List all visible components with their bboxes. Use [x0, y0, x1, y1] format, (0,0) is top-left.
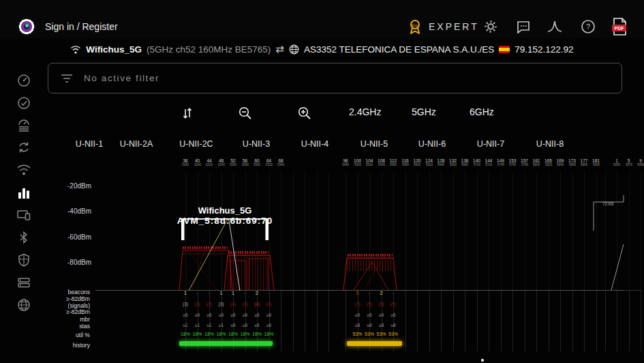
gridline [489, 291, 489, 351]
channel-frequency: 5520 [364, 164, 375, 167]
table-cell-signals: (7) [352, 302, 364, 306]
table-cell-beacons: 1 [227, 290, 239, 296]
app-logo-icon[interactable] [18, 18, 35, 35]
table-cell-stas: ≥6 [227, 323, 239, 328]
band-button-24ghz[interactable]: 2.4GHz [349, 106, 381, 117]
channel-frequency: 5600 [412, 164, 423, 167]
channel-tick: 445220 [203, 158, 215, 167]
table-cell-util: 18% [251, 332, 263, 336]
gridline [328, 172, 329, 290]
gridline [382, 172, 382, 290]
gridline [477, 172, 478, 290]
sidebar-item-bluetooth[interactable] [16, 230, 31, 245]
network-shape-gray[interactable] [594, 195, 624, 231]
channel-tick: 1445720 [482, 158, 495, 167]
zoom-out-button[interactable] [235, 104, 256, 123]
channel-frequency: 5180 [180, 164, 191, 167]
table-cell-beacons: - [203, 290, 215, 296]
sign-in-register-link[interactable]: Sign in / Register [45, 21, 118, 32]
channel-tick: 1285640 [435, 158, 447, 167]
network-shape[interactable] [179, 250, 232, 290]
channel-tick: 565280 [239, 158, 251, 167]
gridline [209, 172, 210, 290]
table-cell-beacons: 1 [179, 290, 191, 296]
table-cell-min-level: ≥6 [251, 313, 263, 317]
gridline [477, 291, 478, 351]
table-cell-util: 18% [191, 332, 204, 336]
table-cell-signals: (5) [363, 302, 375, 306]
feedback-chat-icon[interactable] [515, 18, 532, 35]
expert-label: EXPERT [429, 21, 479, 32]
connection-details: (5GHz ch52 160MHz BE5765) [147, 44, 271, 55]
band-button-5ghz[interactable]: 5GHz [412, 106, 436, 117]
expert-badge-icon: Exp [408, 18, 423, 35]
channel-tick: 605300 [251, 158, 263, 167]
unii-band-label: U-NII-7 [462, 139, 519, 149]
table-row-label: (signals) [27, 302, 90, 309]
channel-frequency: 5885 [579, 164, 590, 167]
expert-badge[interactable]: Exp EXPERT [408, 18, 479, 35]
settings-gear-icon[interactable] [482, 18, 500, 35]
highlighted-ssid: Wifichus_5G [157, 205, 293, 216]
sidebar-item-router[interactable] [16, 275, 31, 290]
channel-tick: 55975 [623, 158, 635, 167]
channel-tick: 1165580 [399, 158, 412, 167]
gridline [549, 172, 549, 290]
sidebar-item-devices[interactable] [16, 207, 31, 222]
channel-frequency: 5320 [263, 164, 275, 167]
table-cell-min-level: ≥6 [387, 313, 399, 317]
channel-tick: 405200 [191, 158, 204, 167]
gridline [536, 291, 537, 351]
highlighted-network-label: Wifichus_5G AVM_5:8d:6b:69:70 [157, 205, 293, 226]
sidebar-item-security[interactable] [16, 252, 31, 267]
pdf-export-icon[interactable]: PDF [611, 18, 628, 35]
gridline [221, 172, 222, 290]
wifi-icon [70, 45, 81, 54]
help-icon[interactable]: ? [579, 18, 597, 35]
table-row-label: history [27, 342, 90, 349]
table-cell-signals: (4) [227, 302, 239, 306]
channel-tick: 1245620 [423, 158, 435, 167]
gridline [429, 291, 430, 351]
sidebar-item-detailed-test[interactable] [16, 117, 31, 132]
zoom-in-button[interactable] [294, 104, 315, 123]
gridline [305, 172, 305, 290]
gridline [453, 172, 454, 290]
sidebar-item-speedtest[interactable] [16, 73, 31, 88]
network-label-strip [183, 246, 228, 249]
gridline [596, 291, 597, 351]
table-cell-signals: (3) [191, 302, 204, 306]
channel-frequency: 5700 [471, 164, 482, 167]
table-cell-util: 53% [387, 332, 399, 336]
table-cell-beacons: - [363, 290, 375, 296]
gridline [525, 291, 525, 351]
gridline [441, 172, 442, 290]
signal-fin-icon[interactable] [546, 18, 564, 35]
table-cell-stas: ≥8 [375, 323, 388, 328]
sidebar-item-channels[interactable] [16, 185, 31, 200]
gridline [346, 172, 346, 290]
connection-status-bar[interactable]: Wifichus_5G (5GHz ch52 160MHz BE5765) ⇄ … [0, 41, 644, 57]
sidebar-item-validation[interactable] [16, 96, 31, 111]
sidebar-item-wifi[interactable] [16, 162, 31, 177]
channel-frequency: 5300 [251, 164, 263, 167]
channel-frequency: 5200 [191, 164, 203, 167]
table-cell-util: 18% [215, 332, 228, 336]
y-axis-label: -80dBm [40, 259, 91, 266]
table-cell-min-level: ≥6 [352, 313, 364, 317]
table-cell-stas: ≥1 [203, 323, 215, 328]
filter-input[interactable]: No active filter [48, 63, 622, 93]
gridline [572, 291, 573, 351]
sort-order-button[interactable] [177, 104, 198, 123]
table-cell-signals: (3) [179, 302, 191, 306]
sidebar-item-refresh[interactable] [16, 140, 31, 155]
channel-tick: 1205600 [411, 158, 423, 167]
channel-tick: 1775885 [578, 158, 590, 167]
gridline [305, 291, 305, 351]
channel-tick: 1815905 [590, 158, 602, 167]
channel-frequency: 5955 [611, 164, 623, 167]
gridline [405, 291, 406, 351]
band-button-6ghz[interactable]: 6GHz [470, 106, 494, 117]
channel-frequency: 5865 [566, 164, 578, 167]
table-cell-util: 53% [375, 332, 388, 336]
